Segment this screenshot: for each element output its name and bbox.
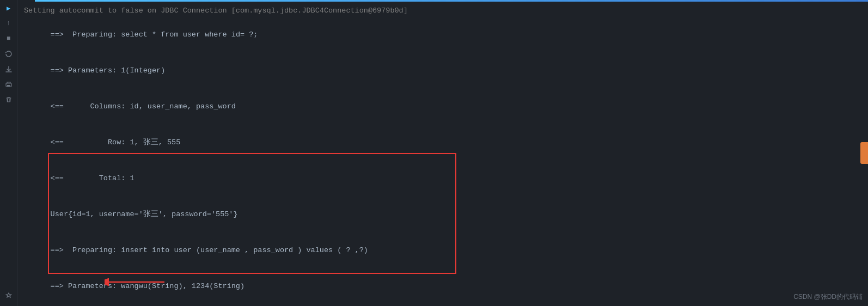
console-line-1: Setting autocommit to false on JDBC Conn… — [24, 5, 861, 17]
print-button[interactable] — [3, 78, 15, 90]
console-line-9: ==> Parameters: wangwu(String), 1234(Str… — [24, 268, 861, 304]
console-line-7: User{id=1, username='张三', password='555'… — [24, 197, 861, 232]
console-line-6: <== Total: 1 — [24, 161, 861, 197]
stop-button[interactable]: ■ — [3, 33, 15, 45]
console-panel: Setting autocommit to false on JDBC Conn… — [17, 0, 868, 306]
console-line-4: <== Columns: id, user_name, pass_word — [24, 89, 861, 125]
console-line-5: <== Row: 1, 张三, 555 — [24, 125, 861, 161]
orange-sidebar-tab[interactable] — [860, 142, 868, 164]
watermark: CSDN @张DD的代码铺 — [793, 292, 863, 302]
up-button[interactable]: ↑ — [3, 17, 15, 29]
rerun-button[interactable] — [3, 48, 15, 60]
svg-rect-1 — [7, 85, 10, 87]
console-line-2: ==> Preparing: select * from user where … — [24, 17, 861, 53]
console-line-8: ==> Preparing: insert into user (user_na… — [24, 232, 861, 268]
console-output: Setting autocommit to false on JDBC Conn… — [17, 2, 868, 306]
left-toolbar: ▶ ↑ ■ — [0, 0, 17, 306]
console-line-3: ==> Parameters: 1(Integer) — [24, 53, 861, 89]
delete-button[interactable] — [3, 94, 15, 106]
play-button[interactable]: ▶ — [3, 2, 15, 14]
download-button[interactable] — [3, 63, 15, 75]
pin-button[interactable] — [3, 290, 15, 302]
